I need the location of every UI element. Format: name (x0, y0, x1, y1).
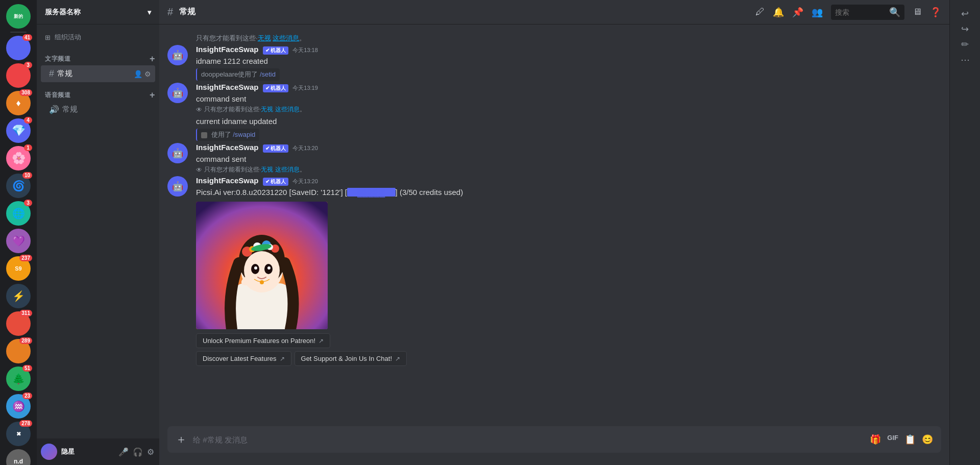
right-panel-icon-4[interactable]: ⋯ (961, 54, 970, 65)
dismiss-link-5b[interactable]: 这些消息 (275, 166, 300, 173)
server-icon-s13[interactable]: 🌲51 (6, 366, 31, 391)
svg-point-19 (260, 280, 264, 284)
message-content-6: InsightFaceSwap ✔ 机器人 今天13:20 Picsi.Ai v… (196, 176, 941, 366)
message-timestamp-6: 今天13:20 (292, 178, 318, 185)
add-voice-channel-button[interactable]: + (150, 90, 155, 100)
bot-avatar-3: 🤖 (167, 83, 188, 103)
server-icon-new[interactable]: 新的 (6, 4, 31, 29)
right-panel-icon-1[interactable]: ↩ (961, 8, 969, 19)
main-content: # 常规 🖊 🔔 📌 👥 🔍 🖥 ❓ 只有您才能看到这些·无视 这些消息。 🤖 (159, 0, 949, 465)
server-divider (10, 32, 27, 33)
gift-icon[interactable]: 🎁 (870, 434, 881, 445)
add-text-channel-button[interactable]: + (150, 54, 155, 63)
svg-point-10 (254, 266, 257, 270)
server-icon-s6[interactable]: 🌀10 (6, 174, 31, 198)
add-content-button[interactable]: ＋ (176, 432, 187, 447)
server-icon-s2[interactable]: 3 (6, 63, 31, 88)
server-icon-s8[interactable]: 💜 (6, 229, 31, 253)
generated-image[interactable] (196, 202, 328, 329)
current-user-info: 隐星 (61, 447, 113, 456)
server-icon-s5[interactable]: 🌸1 (6, 146, 31, 170)
invite-icon[interactable]: 👤 (134, 70, 142, 78)
server-name-header[interactable]: 服务器名称 ▾ (37, 0, 159, 25)
message-input[interactable] (193, 435, 864, 444)
right-panel-icon-2[interactable]: ↪ (961, 23, 969, 35)
server-icon-s4[interactable]: 💎4 (6, 118, 31, 143)
pin-icon[interactable]: 📌 (792, 7, 803, 18)
external-link-icon-3: ↗ (395, 355, 400, 362)
channel-item-general-voice[interactable]: 🔊 常规 (41, 102, 155, 117)
server-icon-s11[interactable]: 311 (6, 311, 31, 336)
message-timestamp-5: 今天13:20 (292, 144, 318, 152)
dismiss-link-1[interactable]: 无视 (258, 34, 271, 42)
channel-list: ⊞ 组织活动 文字频道 + # 常规 👤 ⚙ 语音频道 + 🔊 常规 (37, 25, 159, 438)
server-icon-s16[interactable]: n.d (6, 449, 31, 465)
message-timestamp-3: 今天13:19 (292, 84, 318, 92)
search-icon: 🔍 (889, 7, 900, 18)
grid-icon: ⊞ (45, 34, 51, 41)
svg-point-11 (267, 266, 271, 270)
channel-actions: 👤 ⚙ (134, 70, 151, 78)
bottom-buttons-row: Discover Latest Features ↗ Get Support &… (196, 351, 941, 366)
get-support-button[interactable]: Get Support & Join Us In Chat! ↗ (295, 351, 407, 366)
deafen-icon[interactable]: 🎧 (132, 446, 144, 458)
dismiss-link-3b[interactable]: 这些消息 (275, 106, 300, 113)
message-text-2: idname 1212 created (196, 56, 941, 66)
text-channels-section[interactable]: 文字频道 + (37, 46, 159, 65)
dismiss-link-5a[interactable]: 无视 (261, 166, 273, 173)
message-header-6: InsightFaceSwap ✔ 机器人 今天13:20 (196, 176, 941, 186)
message-content-5: InsightFaceSwap ✔ 机器人 今天13:20 command se… (196, 143, 941, 174)
server-icon-s9[interactable]: 237 S9 (6, 256, 31, 281)
gif-icon[interactable]: GIF (887, 434, 898, 445)
channel-item-general-text[interactable]: # 常规 👤 ⚙ (41, 65, 155, 82)
server-icon-s14[interactable]: ♒23 (6, 394, 31, 419)
message-input-box: ＋ 🎁 GIF 📋 😊 (167, 426, 941, 453)
mute-icon[interactable]: 🎤 (117, 446, 130, 458)
channel-hash-topbar: # (167, 6, 173, 18)
message-group-2: 🤖 InsightFaceSwap ✔ 机器人 今天13:18 idname 1… (159, 44, 949, 67)
discover-features-button[interactable]: Discover Latest Features ↗ (196, 351, 291, 366)
external-link-icon-1: ↗ (318, 337, 324, 345)
server-icon-s12[interactable]: 289 (6, 339, 31, 363)
system-notice-text-1: 只有您才能看到这些·无视 这些消息。 (196, 34, 306, 43)
search-input[interactable] (835, 8, 886, 16)
channel-top-bar: # 常规 🖊 🔔 📌 👥 🔍 🖥 ❓ (159, 0, 949, 25)
server-icon-s3[interactable]: ♦308 (6, 91, 31, 115)
channel-hash-icon: # (49, 68, 54, 79)
message-content-2: InsightFaceSwap ✔ 机器人 今天13:18 idname 121… (196, 45, 941, 66)
voice-channels-section[interactable]: 语音频道 + (37, 82, 159, 102)
speaker-icon: 🔊 (49, 105, 59, 114)
organize-activity-label: 组织活动 (55, 33, 81, 42)
notification-icon[interactable]: 🔔 (773, 7, 784, 18)
server-icon-s10[interactable]: ⚡ (6, 284, 31, 308)
organize-activity-item[interactable]: ⊞ 组织活动 (37, 29, 159, 46)
message-author-5: InsightFaceSwap (196, 143, 259, 152)
bot-badge-2: ✔ 机器人 (263, 46, 289, 55)
right-panel-icon-3[interactable]: ✏ (961, 39, 969, 50)
dismiss-link-2[interactable]: 这些消息 (273, 34, 299, 42)
get-support-label: Get Support & Join Us In Chat! (301, 355, 392, 362)
patreon-button[interactable]: Unlock Premium Features on Patreon! ↗ (196, 333, 330, 348)
message-content-4: current idname updated (196, 116, 941, 127)
sticker-icon[interactable]: 📋 (904, 434, 916, 445)
help-icon[interactable]: ❓ (930, 7, 941, 18)
server-icon-s1[interactable]: 41 (6, 36, 31, 60)
user-settings-icon[interactable]: ⚙ (146, 446, 155, 458)
server-sidebar: 新的 41 3 ♦308 💎4 🌸1 🌀10 🌐3 💜 237 S9 ⚡ 311… (0, 0, 37, 465)
inbox-icon[interactable]: 🖥 (913, 7, 922, 17)
server-icon-s7[interactable]: 🌐3 (6, 201, 31, 226)
edit-icon[interactable]: 🖊 (755, 7, 765, 17)
message-subtle-5: 👁 只有您才能看到这些·无视 这些消息。 (196, 165, 941, 174)
server-name-label: 服务器名称 (45, 8, 81, 17)
emoji-icon[interactable]: 😊 (922, 434, 933, 445)
bot-avatar-2: 🤖 (167, 45, 188, 65)
settings-icon[interactable]: ⚙ (144, 70, 151, 78)
message-group-5: 🤖 InsightFaceSwap ✔ 机器人 今天13:20 command … (159, 142, 949, 175)
dismiss-link-3a[interactable]: 无视 (261, 106, 273, 113)
message-timestamp-2: 今天13:18 (292, 46, 318, 54)
image-embed-6 (196, 202, 329, 329)
server-icon-s15[interactable]: ✖278 (6, 422, 31, 446)
search-bar[interactable]: 🔍 (831, 5, 904, 20)
members-icon[interactable]: 👥 (812, 7, 823, 18)
message-header-2: InsightFaceSwap ✔ 机器人 今天13:18 (196, 45, 941, 55)
